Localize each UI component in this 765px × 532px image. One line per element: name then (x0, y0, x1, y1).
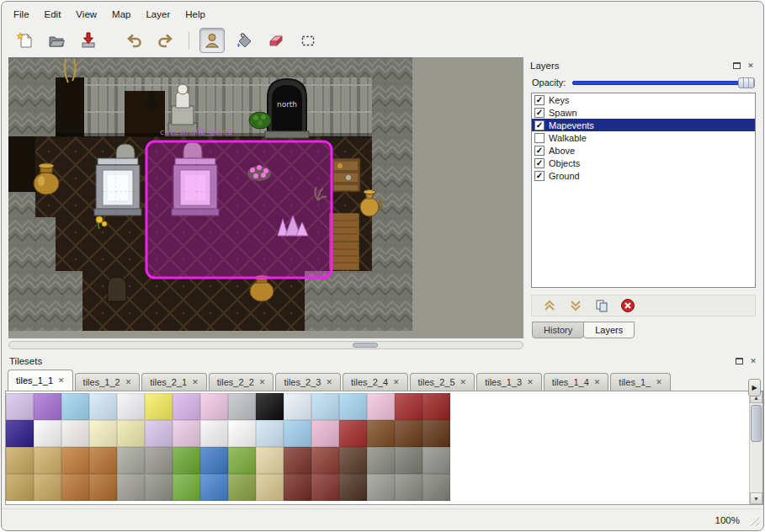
close-tab-icon[interactable]: ✕ (527, 378, 534, 386)
tileset-tile[interactable] (117, 474, 145, 501)
tileset-tile[interactable] (422, 393, 450, 420)
tileset-tile[interactable] (145, 447, 173, 474)
tileset-tile[interactable] (228, 474, 256, 501)
tileset-tile[interactable] (173, 447, 200, 474)
open-file-button[interactable] (44, 28, 69, 53)
map-hscrollbar[interactable] (8, 341, 523, 349)
tileset-tile[interactable] (367, 447, 395, 474)
close-tab-icon[interactable]: ✕ (326, 378, 332, 386)
tileset-tile[interactable] (311, 393, 339, 420)
tileset-tab-tiles_2_5[interactable]: tiles_2_5✕ (410, 373, 475, 391)
tilesets-close-button[interactable]: ✕ (747, 355, 759, 367)
tileset-tab-tiles_1_1[interactable]: tiles_1_1✕ (8, 370, 73, 391)
menu-layer[interactable]: Layer (139, 7, 177, 22)
map-selection[interactable] (146, 141, 332, 278)
tileset-tile[interactable] (6, 447, 34, 474)
tileset-tile[interactable] (173, 420, 200, 447)
layer-row-objects[interactable]: ✓Objects (532, 157, 755, 169)
opacity-slider[interactable] (572, 77, 755, 88)
tileset-tile[interactable] (284, 420, 311, 447)
tileset-tile[interactable] (311, 447, 339, 474)
layer-row-above[interactable]: ✓Above (532, 144, 755, 157)
select-tool-button[interactable] (295, 28, 321, 53)
layer-delete-button[interactable] (620, 298, 635, 313)
tileset-tile[interactable] (311, 474, 339, 501)
layer-row-mapevents[interactable]: ✓Mapevents (532, 119, 755, 131)
tileset-tab-tiles_2_1[interactable]: tiles_2_1✕ (141, 373, 207, 391)
tileset-tile[interactable] (228, 393, 256, 420)
tileset-tile[interactable] (422, 420, 450, 447)
dock-tab-history[interactable]: History (532, 322, 584, 338)
dock-close-button[interactable]: ✕ (745, 60, 757, 72)
map-viewport[interactable]: north cavesmall2_gate1 (8, 57, 523, 338)
tileset-tab-tiles_1_3[interactable]: tiles_1_3✕ (476, 373, 542, 391)
tileset-tile[interactable] (61, 447, 89, 474)
map-canvas[interactable]: north cavesmall2_gate1 (8, 57, 523, 338)
layer-checkbox[interactable]: ✓ (534, 146, 545, 156)
scroll-down-icon[interactable]: ▼ (750, 492, 762, 504)
tileset-tile[interactable] (117, 393, 145, 420)
resize-grip[interactable] (748, 515, 759, 526)
tileset-tile[interactable] (339, 474, 367, 501)
layer-duplicate-button[interactable] (594, 298, 609, 313)
tileset-tab-tiles_1_[interactable]: tiles_1_✕ (610, 373, 670, 391)
tileset-tile[interactable] (422, 474, 450, 501)
tileset-tile[interactable] (89, 420, 117, 447)
tileset-grid[interactable] (6, 393, 450, 501)
tileset-tab-tiles_1_4[interactable]: tiles_1_4✕ (544, 373, 609, 391)
tileset-tile[interactable] (34, 393, 61, 420)
close-tab-icon[interactable]: ✕ (192, 378, 199, 386)
tileset-tile[interactable] (173, 474, 200, 501)
close-tab-icon[interactable]: ✕ (58, 376, 65, 385)
tileset-tile[interactable] (367, 393, 395, 420)
tileset-tile[interactable] (395, 474, 422, 501)
tileset-tile[interactable] (200, 393, 228, 420)
layer-checkbox[interactable]: ✓ (534, 95, 545, 105)
tileset-tile[interactable] (173, 393, 200, 420)
opacity-slider-thumb[interactable] (738, 77, 755, 88)
tileset-tile[interactable] (256, 420, 284, 447)
tileset-tile[interactable] (256, 447, 284, 474)
layer-list[interactable]: ✓Keys✓Spawn✓MapeventsWalkable✓Above✓Obje… (531, 93, 756, 288)
opacity-slider-track[interactable] (572, 81, 755, 85)
tileset-tile[interactable] (395, 420, 422, 447)
eraser-tool-button[interactable] (263, 28, 289, 53)
tileset-tile[interactable] (6, 474, 34, 501)
tileset-tile[interactable] (200, 447, 228, 474)
menu-view[interactable]: View (69, 7, 104, 22)
menu-help[interactable]: Help (178, 7, 212, 22)
tileset-tile[interactable] (367, 420, 395, 447)
tileset-vscrollbar[interactable]: ▲ ▼ (749, 391, 762, 504)
stamp-tool-button[interactable] (199, 28, 225, 53)
dock-tab-layers[interactable]: Layers (583, 322, 635, 338)
redo-button[interactable] (153, 28, 178, 53)
tileset-tile[interactable] (395, 393, 422, 420)
tileset-tab-tiles_1_2[interactable]: tiles_1_2✕ (75, 373, 141, 391)
tileset-tile[interactable] (6, 420, 34, 447)
vscrollbar-handle[interactable] (751, 405, 762, 442)
tileset-tab-scroll-right[interactable]: ▶ (748, 379, 761, 396)
layer-row-spawn[interactable]: ✓Spawn (532, 106, 755, 119)
menu-file[interactable]: File (7, 7, 36, 22)
tileset-tile[interactable] (228, 420, 256, 447)
tileset-tile[interactable] (200, 474, 228, 501)
layer-row-keys[interactable]: ✓Keys (532, 93, 755, 106)
layer-checkbox[interactable]: ✓ (534, 120, 545, 130)
tileset-tile[interactable] (200, 420, 228, 447)
layer-lower-button[interactable] (568, 298, 583, 313)
tileset-tile[interactable] (34, 474, 61, 501)
tileset-tile[interactable] (61, 474, 89, 501)
fill-tool-button[interactable] (231, 28, 257, 53)
tileset-tile[interactable] (117, 447, 145, 474)
tileset-tile[interactable] (339, 420, 367, 447)
menu-edit[interactable]: Edit (38, 7, 68, 22)
tileset-tile[interactable] (34, 420, 61, 447)
tileset-tile[interactable] (6, 393, 34, 420)
tileset-tile[interactable] (61, 420, 89, 447)
layer-row-walkable[interactable]: Walkable (532, 131, 755, 144)
tileset-tile[interactable] (89, 447, 117, 474)
menu-map[interactable]: Map (105, 7, 137, 22)
tileset-tile[interactable] (145, 393, 173, 420)
tileset-tile[interactable] (422, 447, 450, 474)
tileset-tile[interactable] (339, 393, 367, 420)
